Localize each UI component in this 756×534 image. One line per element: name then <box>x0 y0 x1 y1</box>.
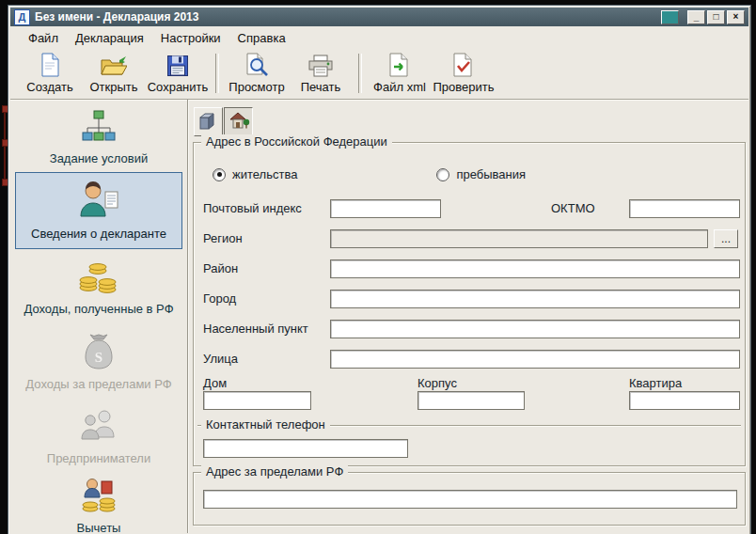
save-icon <box>166 53 189 77</box>
sidebar-item-entrepreneurs: Предприниматели <box>15 401 182 471</box>
sidebar-item-label: Доходы, полученные в РФ <box>24 303 173 317</box>
apartment-input[interactable] <box>629 391 740 410</box>
address-view-button[interactable] <box>224 107 253 136</box>
sidebar-item-income-abroad: S Доходы за пределами РФ <box>15 326 182 398</box>
building-input[interactable] <box>417 391 525 410</box>
check-document-icon <box>452 53 475 77</box>
address-foreign-groupbox: Адрес за пределами РФ <box>193 472 746 526</box>
menu-file[interactable]: Файл <box>20 28 67 48</box>
open-folder-icon <box>101 53 127 77</box>
sidebar-item-label: Сведения о декларанте <box>31 228 166 242</box>
address-type-radio-group: жительства пребывания <box>213 167 720 181</box>
entrepreneurs-icon <box>77 407 120 448</box>
radio-label: жительства <box>232 167 297 181</box>
district-input[interactable] <box>330 259 740 278</box>
sidebar-item-label: Предприниматели <box>47 452 150 466</box>
house-input[interactable] <box>203 391 311 410</box>
new-document-icon <box>39 53 60 77</box>
sidebar-item-declarant-info[interactable]: Сведения о декларанте <box>15 172 182 249</box>
radio-icon <box>436 168 449 181</box>
conditions-flowchart-icon <box>78 109 119 149</box>
street-label: Улица <box>203 352 238 366</box>
tool-label: Печать <box>301 80 341 94</box>
desktop-background: Д Без имени - Декларация 2013 _ □ × Файл… <box>0 0 756 534</box>
open-button[interactable]: Открыть <box>82 51 146 96</box>
city-label: Город <box>203 291 236 306</box>
xml-file-icon <box>388 53 411 77</box>
postal-index-input[interactable] <box>330 199 441 218</box>
tool-label: Создать <box>26 80 72 94</box>
sidebar-item-conditions[interactable]: Задание условий <box>15 106 182 168</box>
groupbox-title: Адрес за пределами РФ <box>201 464 348 479</box>
money-bag-icon: S <box>81 333 117 374</box>
svg-text:S: S <box>95 350 102 365</box>
groupbox-title: Адрес в Российской Федерации <box>201 134 392 149</box>
close-button[interactable]: × <box>727 10 745 24</box>
sidebar-item-label: Доходы за пределами РФ <box>25 378 171 392</box>
app-icon: Д <box>14 9 30 25</box>
sidebar-item-label: Задание условий <box>50 152 148 166</box>
phone-input[interactable] <box>203 439 408 458</box>
building-label: Корпус <box>417 376 457 390</box>
settlement-input[interactable] <box>330 320 740 338</box>
apartment-label: Квартира <box>629 376 682 390</box>
oktmo-label: ОКТМО <box>551 201 595 215</box>
radio-icon <box>213 168 226 181</box>
tool-label: Сохранить <box>148 80 209 94</box>
stay-radio[interactable]: пребывания <box>436 167 526 181</box>
tool-label: Открыть <box>89 80 137 94</box>
window-title: Без имени - Декларация 2013 <box>35 10 656 24</box>
foreign-address-input[interactable] <box>203 490 737 509</box>
region-label: Регион <box>203 231 243 245</box>
tool-label: Файл xml <box>373 80 426 94</box>
sidebar-item-deductions[interactable]: Вычеты <box>15 475 182 534</box>
region-browse-button[interactable]: ... <box>714 229 738 248</box>
maximize-button[interactable]: □ <box>707 10 725 24</box>
phone-groupbox: Контактный телефон <box>197 425 741 466</box>
sidebar-item-label: Вычеты <box>77 522 121 534</box>
settlement-label: Населенный пункт <box>203 322 308 336</box>
titlebar-extra-button[interactable] <box>661 10 679 24</box>
deductions-icon <box>78 477 119 518</box>
menu-declaration[interactable]: Декларация <box>67 28 152 48</box>
menu-bar: Файл Декларация Настройки Справка <box>10 27 748 48</box>
check-button[interactable]: Проверить <box>432 51 496 96</box>
xml-file-button[interactable]: Файл xml <box>368 51 432 96</box>
preview-icon <box>244 53 269 77</box>
radio-label: пребывания <box>456 167 526 181</box>
buildings-3d-icon <box>198 110 219 134</box>
oktmo-input[interactable] <box>629 199 740 218</box>
street-input[interactable] <box>330 350 740 369</box>
titlebar[interactable]: Д Без имени - Декларация 2013 _ □ × <box>10 8 748 26</box>
document-view-button[interactable] <box>194 107 223 136</box>
toolbar-separator <box>358 54 362 93</box>
postal-index-label: Почтовый индекс <box>203 201 302 215</box>
minimize-button[interactable]: _ <box>687 10 705 24</box>
coins-icon <box>78 259 119 299</box>
tool-label: Проверить <box>433 80 494 94</box>
save-button[interactable]: Сохранить <box>146 51 210 96</box>
district-label: Район <box>203 261 238 275</box>
create-button[interactable]: Создать <box>18 51 82 96</box>
city-input[interactable] <box>330 290 740 308</box>
toolbar: Создать Открыть Сохранить Просмотр <box>10 48 748 100</box>
print-icon <box>307 53 334 77</box>
menu-settings[interactable]: Настройки <box>152 28 229 48</box>
app-window: Д Без имени - Декларация 2013 _ □ × Файл… <box>8 5 751 534</box>
residence-radio[interactable]: жительства <box>213 167 297 181</box>
menu-help[interactable]: Справка <box>229 28 294 48</box>
groupbox-title: Контактный телефон <box>201 417 330 432</box>
sidebar-item-income-rf[interactable]: Доходы, полученные в РФ <box>15 253 182 322</box>
declarant-person-icon <box>77 181 120 224</box>
home-icon <box>228 110 250 134</box>
address-rf-groupbox: Адрес в Российской Федерации жительства … <box>193 142 746 466</box>
print-button[interactable]: Печать <box>289 51 353 96</box>
toolbar-separator <box>215 54 219 93</box>
region-input <box>330 229 708 248</box>
sidebar: Задание условий Сведения о декларанте До… <box>10 100 188 533</box>
tool-label: Просмотр <box>228 80 284 94</box>
preview-button[interactable]: Просмотр <box>225 51 289 96</box>
titlebar-controls: _ □ × <box>661 10 745 24</box>
house-label: Дом <box>203 376 227 390</box>
main-panel: Адрес в Российской Федерации жительства … <box>188 100 748 533</box>
